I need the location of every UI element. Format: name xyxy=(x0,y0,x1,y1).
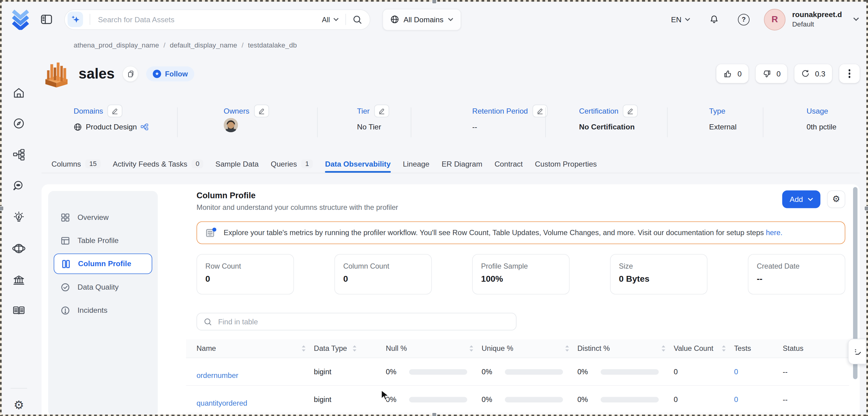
explore-compass-icon[interactable] xyxy=(12,117,26,130)
col-header-name[interactable]: Name xyxy=(196,345,314,353)
tab-contract[interactable]: Contract xyxy=(495,155,523,173)
copy-name-button[interactable] xyxy=(122,65,138,82)
meta-type: Type External xyxy=(709,105,737,131)
sidebar-toggle-icon[interactable] xyxy=(40,13,53,26)
govern-bank-icon[interactable] xyxy=(12,274,26,287)
domains-globe-icon[interactable] xyxy=(11,242,26,255)
menu-item-overview[interactable]: Overview xyxy=(54,207,152,227)
find-in-table-input[interactable] xyxy=(217,317,509,326)
edit-domains-button[interactable] xyxy=(107,105,122,118)
col-header-value-count[interactable]: Value Count xyxy=(674,345,734,353)
all-domains-dropdown[interactable]: All Domains xyxy=(382,8,461,30)
column-name-link[interactable]: quantityordered xyxy=(196,399,247,407)
user-name: rounakpreet.d xyxy=(792,10,842,20)
entity-tabs: Columns15 Activity Feeds & Tasks0 Sample… xyxy=(41,155,860,173)
language-dropdown[interactable]: EN xyxy=(671,15,690,24)
chevron-down-icon[interactable] xyxy=(853,17,859,22)
language-label: EN xyxy=(671,15,681,24)
help-icon[interactable]: ? xyxy=(738,14,749,25)
domains-value[interactable]: Product Design xyxy=(86,123,137,131)
selection-handle-right[interactable] xyxy=(864,206,868,211)
stat-column-count: Column Count 0 xyxy=(334,254,432,294)
breadcrumb-service[interactable]: athena_prod_display_name xyxy=(74,41,159,49)
breadcrumb: athena_prod_display_name / default_displ… xyxy=(74,41,297,49)
tests-link[interactable]: 0 xyxy=(734,367,738,376)
profiler-settings-button[interactable]: ⚙ xyxy=(827,190,845,208)
usage-value: 0th pctile xyxy=(806,123,836,131)
col-header-distinct-pct[interactable]: Distinct % xyxy=(578,345,674,353)
observability-search-icon[interactable] xyxy=(12,180,26,193)
sorter-icon[interactable] xyxy=(469,345,474,352)
home-icon[interactable] xyxy=(12,87,26,100)
meta-tier: Tier No Tier xyxy=(357,105,389,131)
find-in-table-search[interactable] xyxy=(196,313,517,330)
user-menu[interactable]: rounakpreet.d Default xyxy=(792,10,842,29)
chevron-down-icon xyxy=(333,18,339,21)
ai-sparkle-icon[interactable] xyxy=(68,11,83,27)
follow-button[interactable]: ★ Follow xyxy=(146,66,194,81)
menu-item-data-quality[interactable]: Data Quality xyxy=(54,277,152,297)
col-header-unique-pct[interactable]: Unique % xyxy=(482,345,577,353)
sorter-icon[interactable] xyxy=(301,345,306,352)
status-cell: -- xyxy=(783,367,849,376)
version-button[interactable]: 0.3 xyxy=(795,64,832,83)
sorter-icon[interactable] xyxy=(661,345,666,352)
app-logo-icon[interactable] xyxy=(11,9,30,30)
pencil-icon xyxy=(378,107,385,115)
tab-sample-data[interactable]: Sample Data xyxy=(215,155,258,173)
column-name-link[interactable]: ordernumber xyxy=(196,371,238,380)
menu-item-column-profile[interactable]: Column Profile xyxy=(54,253,152,274)
user-avatar[interactable]: R xyxy=(764,8,785,30)
search-icon[interactable] xyxy=(353,14,362,24)
menu-item-table-profile[interactable]: Table Profile xyxy=(54,230,152,251)
more-options-button[interactable] xyxy=(839,64,860,83)
meta-domains: Domains Product Design xyxy=(74,105,149,131)
settings-gear-icon[interactable]: ⚙ xyxy=(14,399,24,411)
progress-bar xyxy=(505,369,563,374)
search-input[interactable] xyxy=(97,14,322,24)
chevron-down-icon xyxy=(685,18,690,21)
selection-handle-left[interactable] xyxy=(0,206,4,211)
tab-er-diagram[interactable]: ER Diagram xyxy=(442,155,483,173)
tab-data-observability[interactable]: Data Observability xyxy=(325,155,391,173)
sorter-icon[interactable] xyxy=(352,345,357,352)
breadcrumb-database[interactable]: default_display_name xyxy=(170,41,237,49)
profiler-report-icon xyxy=(205,227,217,238)
selection-handle-bottom[interactable] xyxy=(432,412,437,416)
tab-columns[interactable]: Columns15 xyxy=(52,155,100,173)
edit-tier-button[interactable] xyxy=(374,105,389,118)
banner-here-link[interactable]: here. xyxy=(766,229,783,237)
notifications-bell-icon[interactable] xyxy=(708,14,719,25)
tier-value: No Tier xyxy=(357,123,381,131)
tab-lineage[interactable]: Lineage xyxy=(403,155,429,173)
sorter-icon[interactable] xyxy=(565,345,569,352)
selection-handle-top[interactable] xyxy=(432,0,437,4)
breadcrumb-separator: / xyxy=(242,41,243,49)
breadcrumb-schema[interactable]: testdatalake_db xyxy=(248,41,297,49)
search-scope-dropdown[interactable]: All xyxy=(322,15,339,24)
tab-activity-feeds[interactable]: Activity Feeds & Tasks0 xyxy=(113,155,203,173)
edit-certification-button[interactable] xyxy=(623,105,638,118)
lineage-topology-icon[interactable] xyxy=(12,148,26,161)
side-panel-handle[interactable] xyxy=(848,339,866,364)
global-search-bar[interactable]: All xyxy=(64,9,370,30)
col-header-tests[interactable]: Tests xyxy=(734,345,783,353)
tests-link[interactable]: 0 xyxy=(734,395,738,404)
tab-custom-properties[interactable]: Custom Properties xyxy=(535,155,597,173)
columns-icon xyxy=(61,259,71,269)
col-header-data-type[interactable]: Data Type xyxy=(314,345,386,353)
thumbs-up-icon xyxy=(723,69,733,78)
downvote-button[interactable]: 0 xyxy=(755,64,787,83)
owner-avatar[interactable] xyxy=(223,118,238,132)
meta-certification: Certification No Certification xyxy=(579,105,638,131)
upvote-button[interactable]: 0 xyxy=(716,64,748,83)
insights-lightbulb-icon[interactable] xyxy=(12,211,26,224)
add-button[interactable]: Add xyxy=(782,190,820,208)
menu-item-incidents[interactable]: Incidents xyxy=(54,300,152,320)
sorter-icon[interactable] xyxy=(721,345,726,352)
edit-owners-button[interactable] xyxy=(254,105,269,118)
glossary-book-icon[interactable] xyxy=(12,304,26,317)
col-header-null-pct[interactable]: Null % xyxy=(386,345,482,353)
tab-queries[interactable]: Queries1 xyxy=(271,155,313,173)
menu-label: Overview xyxy=(78,213,108,221)
